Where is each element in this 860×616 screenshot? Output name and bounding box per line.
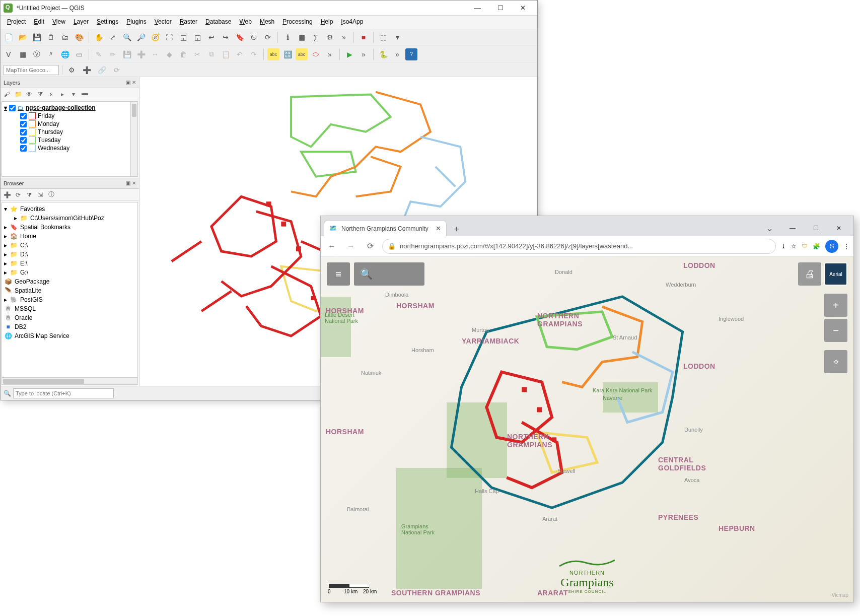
layer-expand-icon[interactable]: ▸: [58, 90, 67, 99]
menu-database[interactable]: Database: [202, 17, 235, 27]
browser-collapse-icon[interactable]: ⇲: [36, 190, 45, 199]
save-edits-icon[interactable]: 💾: [121, 48, 133, 60]
label-tool2-icon[interactable]: abc: [296, 48, 308, 60]
browser-bookmarks[interactable]: Spatial Bookmarks: [20, 224, 70, 231]
save-project-icon[interactable]: 💾: [31, 31, 43, 43]
chrome-tab[interactable]: 🗺️ Northern Grampians Community ✕: [324, 220, 447, 236]
layer-tuesday-checkbox[interactable]: [20, 137, 27, 144]
menu-raster[interactable]: Raster: [176, 17, 201, 27]
geocoder-link-icon[interactable]: 🔗: [96, 64, 108, 76]
label-tool3-icon[interactable]: ⬭: [310, 48, 322, 60]
menu-vector[interactable]: Vector: [151, 17, 175, 27]
window-minimize-button[interactable]: —: [466, 1, 489, 15]
chrome-close-button[interactable]: ✕: [827, 220, 850, 236]
menu-plugins[interactable]: Plugins: [123, 17, 150, 27]
label-overflow-icon[interactable]: »: [324, 48, 336, 60]
qgis-titlebar[interactable]: *Untitled Project — QGIS — ☐ ✕: [1, 1, 537, 16]
browser-hscrollbar[interactable]: [2, 377, 137, 384]
nav-back-button[interactable]: ←: [325, 239, 339, 253]
field-calc-icon[interactable]: ∑: [310, 31, 322, 43]
open-project-icon[interactable]: 📂: [17, 31, 29, 43]
python-run-icon[interactable]: ▶: [343, 48, 355, 60]
cut-icon[interactable]: ✂: [191, 48, 203, 60]
browser-tree[interactable]: ▾⭐Favorites ▸📁C:\Users\simon\GitHub\Poz …: [2, 202, 138, 385]
new-vector-icon[interactable]: ▭: [73, 48, 85, 60]
new-project-icon[interactable]: 📄: [3, 31, 15, 43]
shield-icon[interactable]: 🛡: [802, 243, 808, 250]
search-button[interactable]: 🔍: [354, 262, 424, 286]
layout-manager-icon[interactable]: 🗂: [59, 31, 71, 43]
aerial-toggle[interactable]: Aerial: [824, 262, 847, 286]
python-overflow-icon[interactable]: »: [357, 48, 370, 60]
browser-filter-icon[interactable]: ⧩: [25, 190, 34, 199]
menu-processing[interactable]: Processing: [279, 17, 316, 27]
pan-selection-icon[interactable]: ⤢: [107, 31, 119, 43]
browser-geopackage[interactable]: GeoPackage: [15, 278, 49, 285]
add-delim-icon[interactable]: 〃: [45, 48, 57, 60]
menu-view[interactable]: View: [49, 17, 69, 27]
chevron-right-icon[interactable]: ▸: [14, 215, 17, 222]
undo-icon[interactable]: ↶: [234, 48, 246, 60]
panel-dock-icon[interactable]: ▣: [126, 80, 130, 85]
python-console-icon[interactable]: 🐍: [377, 48, 389, 60]
menu-iso4app[interactable]: Iso4App: [337, 17, 367, 27]
browser-postgis[interactable]: PostGIS: [20, 296, 43, 303]
chrome-dropdown-icon[interactable]: ⌄: [758, 220, 781, 236]
layer-wednesday-label[interactable]: Wednesday: [38, 145, 69, 152]
extensions-icon[interactable]: 🧩: [813, 243, 820, 250]
profile-avatar[interactable]: S: [825, 240, 838, 253]
print-button[interactable]: 🖨: [798, 262, 821, 286]
browser-favorites[interactable]: Favorites: [20, 206, 45, 213]
browser-mssql[interactable]: MSSQL: [15, 305, 36, 312]
browser-props-icon[interactable]: ⓘ: [47, 190, 56, 199]
temporal-icon[interactable]: ⏲: [248, 31, 260, 43]
browser-db2[interactable]: DB2: [15, 323, 26, 330]
zoom-selection-icon[interactable]: ◱: [177, 31, 189, 43]
zoom-layer-icon[interactable]: ◲: [191, 31, 203, 43]
tab-close-icon[interactable]: ✕: [436, 225, 441, 232]
browser-spatialite[interactable]: SpatiaLite: [15, 287, 41, 294]
chevron-down-icon[interactable]: ▾: [4, 206, 7, 213]
layer-friday-label[interactable]: Friday: [38, 112, 54, 119]
browser-g[interactable]: G:\: [20, 269, 28, 276]
zoom-next-icon[interactable]: ↪: [220, 31, 232, 43]
chevron-right-icon[interactable]: ▸: [4, 296, 7, 303]
menu-settings[interactable]: Settings: [93, 17, 122, 27]
layer-wednesday-checkbox[interactable]: [20, 145, 27, 152]
zoom-in-button[interactable]: +: [824, 294, 847, 317]
browser-refresh-icon[interactable]: ⟳: [14, 190, 23, 199]
zoom-out-icon[interactable]: 🔎: [135, 31, 147, 43]
menu-web[interactable]: Web: [236, 17, 255, 27]
add-feature-icon[interactable]: ➕: [135, 48, 147, 60]
new-print-layout-icon[interactable]: 🗒: [45, 31, 57, 43]
layer-monday-label[interactable]: Monday: [38, 120, 59, 127]
menu-mesh[interactable]: Mesh: [256, 17, 278, 27]
menu-layer[interactable]: Layer: [70, 17, 92, 27]
browser-home[interactable]: Home: [20, 233, 36, 240]
redo-icon[interactable]: ↷: [248, 48, 260, 60]
processing-toolbox-icon[interactable]: ⚙: [324, 31, 336, 43]
chevron-right-icon[interactable]: ▸: [4, 233, 7, 240]
attribute-table-icon[interactable]: ▦: [296, 31, 308, 43]
chevron-right-icon[interactable]: ▸: [4, 224, 7, 231]
chevron-right-icon[interactable]: ▸: [4, 269, 7, 276]
delete-sel-icon[interactable]: 🗑: [177, 48, 189, 60]
edit-pencil-icon[interactable]: ✎: [93, 48, 105, 60]
select-icon[interactable]: ⬚: [377, 31, 389, 43]
nav-reload-button[interactable]: ⟳: [363, 239, 377, 253]
chrome-minimize-button[interactable]: —: [781, 220, 804, 236]
menu-button[interactable]: ≡: [327, 262, 350, 286]
identify-icon[interactable]: ℹ: [281, 31, 294, 43]
browser-e[interactable]: E:\: [20, 260, 28, 267]
zoom-out-button[interactable]: −: [824, 319, 847, 342]
layer-expr-icon[interactable]: ε: [47, 90, 56, 99]
menu-edit[interactable]: Edit: [30, 17, 48, 27]
layer-visibility-icon[interactable]: 👁: [25, 90, 34, 99]
layer-remove-icon[interactable]: ➖: [80, 90, 89, 99]
layers-scrollbar[interactable]: [130, 102, 137, 176]
toolbar-overflow-icon[interactable]: »: [338, 31, 350, 43]
copy-icon[interactable]: ⧉: [205, 48, 218, 60]
browser-d[interactable]: D:\: [20, 251, 28, 258]
browser-oracle[interactable]: Oracle: [15, 314, 32, 321]
layer-add-group-icon[interactable]: 📁: [14, 90, 23, 99]
